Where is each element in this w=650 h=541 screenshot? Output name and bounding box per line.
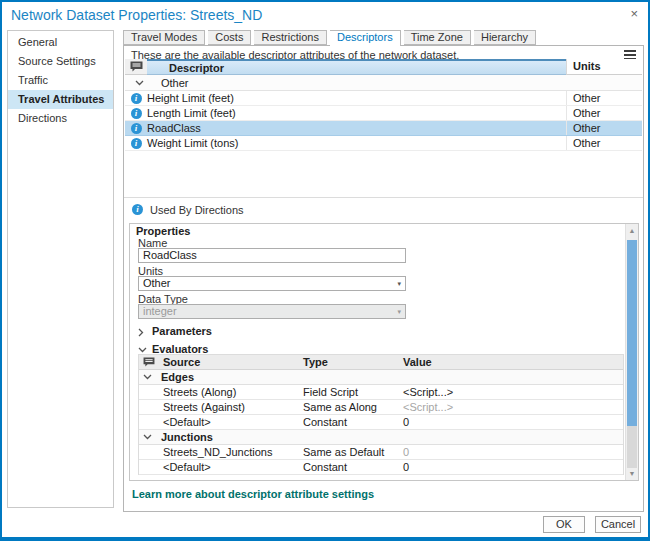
type-column-header: Type — [299, 355, 399, 369]
value-column-header: Value — [399, 355, 623, 369]
sidebar-item-general[interactable]: General — [8, 33, 113, 52]
evaluator-value: 0 — [399, 415, 623, 429]
descriptor-units: Other — [566, 136, 642, 150]
tab-time-zone[interactable]: Time Zone — [404, 30, 471, 45]
evaluator-group-junctions[interactable]: Junctions — [139, 430, 623, 445]
info-icon: i — [131, 108, 142, 119]
descriptor-table-header: Descriptor Units — [125, 59, 642, 75]
scroll-down-icon[interactable]: ▼ — [626, 467, 638, 480]
close-icon[interactable]: × — [630, 7, 638, 21]
parameters-label: Parameters — [152, 324, 212, 339]
sidebar-item-source-settings[interactable]: Source Settings — [8, 52, 113, 71]
name-field[interactable]: RoadClass — [138, 248, 406, 263]
evaluator-value: <Script...> — [399, 385, 623, 399]
info-icon: i — [131, 93, 142, 104]
descriptors-tab-page: These are the available descriptor attri… — [123, 45, 644, 512]
evaluator-group-edges[interactable]: Edges — [139, 370, 623, 385]
tab-travel-modes[interactable]: Travel Modes — [123, 30, 205, 45]
descriptor-name: RoadClass — [147, 121, 566, 135]
network-dataset-properties-dialog: Network Dataset Properties: Streets_ND ×… — [0, 0, 650, 541]
evaluator-type: Constant — [299, 415, 399, 429]
chevron-right-icon — [138, 328, 144, 337]
vertical-scrollbar[interactable]: ▲ ▼ — [625, 224, 638, 480]
used-by-directions-row: i Used By Directions — [124, 201, 643, 219]
evaluator-value: 0 — [399, 445, 623, 459]
scroll-up-icon[interactable]: ▲ — [626, 224, 638, 237]
sidebar: General Source Settings Traffic Travel A… — [7, 30, 114, 508]
tab-costs[interactable]: Costs — [208, 30, 251, 45]
evaluators-table-header: Source Type Value — [139, 355, 623, 370]
chevron-down-icon — [143, 374, 152, 380]
evaluator-value: 0 — [399, 460, 623, 474]
evaluator-row[interactable]: Streets (Against) Same as Along <Script.… — [139, 400, 623, 415]
sidebar-item-directions[interactable]: Directions — [8, 109, 113, 128]
descriptor-name: Height Limit (feet) — [147, 91, 566, 105]
chevron-down-icon — [138, 347, 147, 353]
evaluator-row[interactable]: Streets_ND_Junctions Same as Default 0 — [139, 445, 623, 460]
descriptor-group-other[interactable]: Other — [125, 75, 642, 91]
group-label: Junctions — [161, 431, 213, 443]
table-row[interactable]: i Height Limit (feet) Other — [125, 91, 642, 106]
evaluator-source: <Default> — [159, 415, 299, 429]
properties-pane: Properties Name RoadClass Units Other ▾ … — [129, 223, 639, 481]
units-value: Other — [143, 277, 171, 289]
ok-button[interactable]: OK — [543, 516, 585, 533]
descriptor-units: Other — [566, 106, 642, 120]
chevron-down-icon — [135, 80, 144, 86]
tab-descriptors[interactable]: Descriptors — [330, 30, 401, 46]
evaluator-value: <Script...> — [399, 400, 623, 414]
properties-group-label: Properties — [136, 225, 190, 237]
descriptor-table: Descriptor Units Other i Height Limit (f… — [125, 59, 642, 151]
info-icon: i — [132, 204, 143, 215]
tab-strip: Travel Modes Costs Restrictions Descript… — [123, 30, 536, 46]
evaluator-row[interactable]: <Default> Constant 0 — [139, 415, 623, 430]
units-column-header: Units — [566, 59, 642, 75]
cancel-button[interactable]: Cancel — [595, 516, 641, 533]
evaluator-source: Streets (Along) — [159, 385, 299, 399]
descriptor-name: Weight Limit (tons) — [147, 136, 566, 150]
evaluator-row[interactable]: Streets (Along) Field Script <Script...> — [139, 385, 623, 400]
evaluator-bubble-icon — [139, 355, 159, 369]
evaluator-source: Streets (Against) — [159, 400, 299, 414]
evaluator-row[interactable]: <Default> Constant 0 — [139, 460, 623, 475]
evaluator-type: Same as Default — [299, 445, 399, 459]
tab-hierarchy[interactable]: Hierarchy — [474, 30, 536, 45]
descriptor-units: Other — [566, 91, 642, 105]
table-row-selected[interactable]: i RoadClass Other — [125, 121, 642, 136]
data-type-dropdown: integer ▾ — [138, 304, 406, 319]
sidebar-item-traffic[interactable]: Traffic — [8, 71, 113, 90]
section-divider — [124, 197, 643, 198]
table-row[interactable]: i Length Limit (feet) Other — [125, 106, 642, 121]
data-type-value: integer — [143, 305, 177, 317]
group-label: Other — [161, 77, 189, 89]
evaluators-table: Source Type Value Edges Streets (Along) … — [138, 354, 624, 475]
title-bar: Network Dataset Properties: Streets_ND × — [2, 2, 648, 29]
descriptor-column-header: Descriptor — [147, 59, 566, 75]
table-row[interactable]: i Weight Limit (tons) Other — [125, 136, 642, 151]
info-icon: i — [131, 138, 142, 149]
descriptor-name: Length Limit (feet) — [147, 106, 566, 120]
scrollbar-thumb[interactable] — [627, 240, 637, 426]
group-label: Edges — [161, 371, 194, 383]
evaluator-type: Constant — [299, 460, 399, 474]
info-icon: i — [131, 123, 142, 134]
evaluator-bubble-icon — [125, 59, 147, 75]
learn-more-link[interactable]: Learn more about descriptor attribute se… — [132, 488, 374, 500]
chevron-down-icon: ▾ — [397, 305, 401, 318]
units-dropdown[interactable]: Other ▾ — [138, 276, 406, 291]
chevron-down-icon — [143, 434, 152, 440]
source-column-header: Source — [159, 355, 299, 369]
evaluator-type: Same as Along — [299, 400, 399, 414]
dialog-title: Network Dataset Properties: Streets_ND — [11, 7, 262, 23]
parameters-expander[interactable]: Parameters — [130, 324, 618, 339]
descriptor-units: Other — [566, 121, 642, 135]
evaluator-source: <Default> — [159, 460, 299, 474]
chevron-down-icon: ▾ — [397, 277, 401, 290]
tab-restrictions[interactable]: Restrictions — [254, 30, 326, 45]
sidebar-item-travel-attributes[interactable]: Travel Attributes — [8, 90, 113, 109]
used-by-directions-label: Used By Directions — [150, 201, 244, 219]
evaluator-type: Field Script — [299, 385, 399, 399]
scrollbar-track[interactable] — [627, 426, 637, 468]
evaluator-source: Streets_ND_Junctions — [159, 445, 299, 459]
